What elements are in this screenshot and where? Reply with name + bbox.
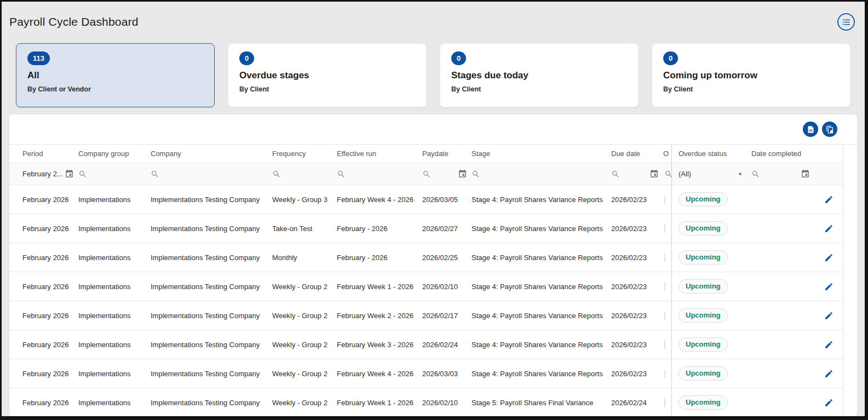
filter-date-completed[interactable] (751, 169, 814, 179)
payroll-dashboard-page: Payroll Cycle Dashboard 113 All By Clien… (2, 2, 865, 416)
table-row-fixed: Upcoming (672, 272, 843, 301)
pencil-icon (824, 224, 833, 233)
cell-company: Implementations Testing Company (151, 370, 272, 378)
cell-company: Implementations Testing Company (151, 399, 272, 407)
export-file-button[interactable] (803, 122, 818, 137)
column-header-effective-run[interactable]: Effective run (337, 149, 422, 158)
table-row-fixed: Upcoming (672, 388, 843, 416)
pencil-icon (824, 340, 833, 349)
card-coming-up-tomorrow[interactable]: 0 Coming up tomorrow By Client (652, 43, 850, 107)
calendar-icon[interactable] (649, 169, 659, 179)
cell-clipped-status (663, 283, 671, 291)
card-title: All (27, 70, 203, 81)
cell-overdue-status: Upcoming (679, 221, 751, 235)
clipped-status-pill (664, 399, 665, 407)
cell-effective-run: February Week 1 - 2026 (337, 399, 422, 407)
clipped-status-pill (664, 283, 665, 291)
card-title: Coming up tomorrow (663, 70, 839, 81)
cell-actions (814, 369, 843, 378)
cell-frequency: Weekly - Group 2 (272, 341, 337, 349)
cell-due-date: 2026/02/23 (611, 341, 663, 349)
edit-button[interactable] (824, 224, 833, 233)
table-row-fixed: Upcoming (672, 214, 843, 243)
column-header-company[interactable]: Company (151, 149, 272, 158)
status-badge: Upcoming (679, 250, 728, 264)
table-row: February 2026 Implementations Implementa… (9, 214, 671, 243)
edit-button[interactable] (824, 398, 833, 407)
cell-paydate: 2026/02/24 (422, 341, 472, 349)
column-header-due-date[interactable]: Due date (611, 149, 663, 158)
filter-clipped[interactable] (663, 170, 671, 179)
cell-effective-run: February - 2026 (337, 225, 422, 233)
filter-stage[interactable] (472, 170, 611, 179)
calendar-icon[interactable] (65, 169, 74, 179)
status-badge: Upcoming (679, 395, 728, 410)
card-subtitle: By Client (451, 85, 627, 93)
card-all[interactable]: 113 All By Client or Vendor (16, 43, 215, 107)
calendar-icon[interactable] (801, 169, 810, 179)
clipped-status-pill (664, 254, 665, 262)
table-row-fixed: Upcoming (672, 359, 843, 388)
column-header-stage[interactable]: Stage (472, 149, 611, 158)
cell-stage: Stage 4: Payroll Shares Variance Reports (472, 225, 611, 233)
vertical-scrollbar-track[interactable] (843, 145, 857, 416)
filter-overdue-status-select[interactable]: (All) ▾ (679, 170, 751, 178)
search-icon (337, 170, 346, 179)
cell-effective-run: February Week 4 - 2026 (337, 370, 422, 378)
filter-due-date[interactable] (611, 169, 663, 179)
grid-panel: Period Company group Company Frequency E… (9, 114, 857, 416)
copy-icon (826, 125, 834, 134)
edit-button[interactable] (824, 195, 833, 204)
card-stages-due-today[interactable]: 0 Stages due today By Client (440, 43, 639, 107)
cell-effective-run: February Week 2 - 2026 (337, 312, 422, 320)
column-header-company-group[interactable]: Company group (78, 149, 151, 158)
table-row: February 2026 Implementations Implementa… (9, 272, 671, 301)
status-badge: Upcoming (679, 308, 728, 323)
edit-button[interactable] (824, 282, 833, 291)
cell-company: Implementations Testing Company (151, 341, 272, 349)
edit-button[interactable] (824, 369, 833, 378)
column-header-date-completed[interactable]: Date completed (751, 149, 814, 158)
filter-company-group[interactable] (78, 170, 151, 179)
list-menu-button[interactable] (837, 13, 855, 31)
cell-due-date: 2026/02/24 (611, 399, 663, 407)
filter-company[interactable] (151, 170, 272, 179)
column-header-paydate[interactable]: Paydate (422, 149, 472, 158)
column-header-clipped[interactable]: O (663, 149, 671, 158)
cell-clipped-status (663, 341, 671, 349)
clipped-status-pill (664, 312, 665, 320)
edit-button[interactable] (824, 311, 833, 320)
filter-paydate[interactable] (422, 169, 472, 179)
cell-frequency: Weekly - Group 2 (272, 312, 337, 320)
count-badge: 0 (239, 51, 254, 65)
cell-frequency: Weekly - Group 2 (272, 399, 337, 407)
card-title: Overdue stages (239, 70, 415, 81)
table-row: February 2026 Implementations Implementa… (9, 185, 671, 214)
column-header-period[interactable]: Period (9, 149, 78, 158)
filter-effective-run[interactable] (337, 170, 422, 179)
cell-stage: Stage 4: Payroll Shares Variance Reports (472, 283, 611, 291)
filter-period[interactable]: February 2... (9, 169, 78, 179)
cell-paydate: 2026/02/17 (422, 312, 472, 320)
cell-clipped-status (663, 195, 671, 204)
column-header-frequency[interactable]: Frequency (272, 149, 337, 158)
edit-button[interactable] (824, 253, 833, 262)
table-row: February 2026 Implementations Implementa… (9, 330, 671, 359)
cell-period: February 2026 (9, 195, 78, 204)
card-overdue-stages[interactable]: 0 Overdue stages By Client (228, 43, 427, 107)
search-icon (664, 170, 671, 179)
filter-frequency[interactable] (272, 170, 337, 179)
count-badge: 0 (663, 51, 678, 65)
calendar-icon[interactable] (458, 169, 467, 179)
column-header-overdue-status[interactable]: Overdue status (679, 149, 751, 158)
table-row: February 2026 Implementations Implementa… (9, 301, 671, 330)
cell-actions (814, 282, 843, 291)
cell-stage: Stage 4: Payroll Shares Variance Reports (472, 254, 611, 262)
copy-grid-button[interactable] (822, 122, 837, 137)
cell-effective-run: February Week 4 - 2026 (337, 195, 422, 204)
grid-rows-right: Upcoming Upcoming Upcoming (672, 185, 843, 416)
table-row-fixed: Upcoming (672, 330, 843, 359)
search-icon (472, 170, 480, 179)
edit-button[interactable] (824, 340, 833, 349)
cell-paydate: 2026/02/10 (422, 283, 472, 291)
